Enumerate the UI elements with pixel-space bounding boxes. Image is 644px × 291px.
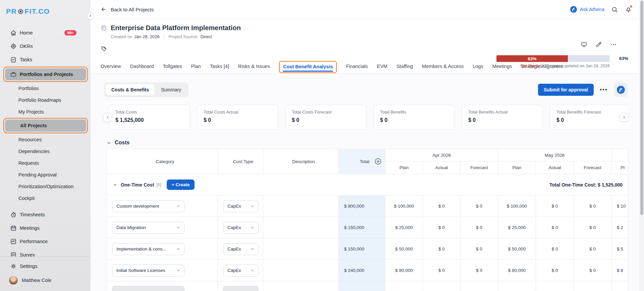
description-cell[interactable] bbox=[263, 196, 339, 217]
ask-athena-button[interactable]: Ask Athena bbox=[570, 6, 604, 13]
progress-status-line: Not Started • Progress updated on Jan 28… bbox=[521, 64, 610, 68]
sidebar-item-label: Requests bbox=[18, 160, 39, 166]
add-column-icon[interactable] bbox=[374, 157, 382, 165]
toggle-summary[interactable]: Summary bbox=[155, 84, 187, 95]
sidebar-item-survey[interactable]: Survey bbox=[0, 248, 91, 257]
scrollbar-thumb[interactable] bbox=[640, 1, 643, 215]
sidebar-item-requests[interactable]: Requests bbox=[0, 157, 91, 169]
window-scrollbar[interactable] bbox=[639, 0, 644, 291]
sidebar-item-tasks[interactable]: Tasks bbox=[0, 53, 91, 66]
forecast-cell: $ 0 bbox=[461, 260, 498, 281]
tab-members-access[interactable]: Members & Access bbox=[422, 64, 464, 69]
cards-next-button[interactable] bbox=[620, 113, 628, 122]
plan-cell: $ 100,000 bbox=[385, 196, 423, 217]
search-icon[interactable] bbox=[611, 6, 618, 13]
sidebar-item-cockpit[interactable]: Cockpit bbox=[0, 192, 91, 204]
more-actions-icon[interactable]: ••• bbox=[600, 86, 608, 93]
user-avatar bbox=[9, 276, 18, 285]
created-date: Jan 28, 2026 bbox=[134, 34, 159, 39]
sidebar-item-dependencies[interactable]: Dependencies bbox=[0, 145, 91, 157]
view-toggle-group: Costs & Benefits Summary bbox=[104, 82, 189, 97]
sidebar-item-prioritization-optimization[interactable]: Prioritization/Optimization bbox=[0, 180, 91, 192]
tab-cost-benefit-analysis[interactable]: Cost Benefit Analysis bbox=[283, 64, 333, 69]
chevron-down-icon[interactable] bbox=[107, 141, 111, 145]
sidebar-user[interactable]: Matthew Cole bbox=[0, 273, 91, 288]
tab-logs[interactable]: Logs bbox=[473, 64, 483, 69]
chevron-down-icon[interactable] bbox=[113, 183, 117, 187]
edit-pencil-icon[interactable] bbox=[595, 41, 602, 48]
category-dropdown[interactable]: Data Migration bbox=[112, 222, 184, 234]
tab-tasks[interactable]: Tasks [4] bbox=[210, 64, 229, 69]
athena-assistant-button[interactable] bbox=[614, 83, 628, 97]
progress-fill: 63% bbox=[496, 55, 568, 62]
tab-overview[interactable]: Overview bbox=[101, 64, 121, 69]
tab-risks-issues[interactable]: Risks & Issues bbox=[238, 64, 270, 69]
bell-icon[interactable] bbox=[625, 6, 632, 13]
card-label: Total Costs Actual bbox=[204, 110, 272, 115]
sidebar-item-settings[interactable]: Settings bbox=[0, 260, 91, 273]
actual-cell: $ 0 bbox=[536, 217, 574, 238]
sidebar-item-label: Survey bbox=[20, 252, 35, 257]
category-dropdown[interactable]: Initial Software Licenses bbox=[112, 265, 184, 277]
category-dropdown[interactable]: Custom development bbox=[112, 200, 184, 212]
tab-financials[interactable]: Financials bbox=[346, 64, 368, 69]
description-cell[interactable] bbox=[263, 260, 339, 281]
column-header-total: Total bbox=[339, 149, 385, 174]
cost-type-dropdown[interactable]: CapEx bbox=[223, 222, 259, 234]
sidebar-item-resources[interactable]: Resources bbox=[0, 134, 91, 145]
cost-type-dropdown[interactable] bbox=[223, 286, 259, 291]
description-cell[interactable] bbox=[263, 217, 339, 238]
description-cell[interactable] bbox=[263, 238, 339, 260]
create-cost-button[interactable]: + Create bbox=[167, 179, 195, 190]
tab-tollgates[interactable]: Tollgates bbox=[163, 64, 182, 69]
category-dropdown[interactable]: Implementation & cons... bbox=[112, 243, 184, 255]
chevron-down-icon bbox=[251, 204, 254, 208]
toggle-costs-benefits[interactable]: Costs & Benefits bbox=[106, 84, 155, 95]
summary-card-total-benefits-actual: Total Benefits Actual $ 0 bbox=[462, 105, 543, 130]
sidebar-item-timesheets[interactable]: Timesheets bbox=[0, 208, 91, 221]
sidebar-footer: Settings Matthew Cole bbox=[0, 257, 91, 291]
forecast-cell: $ 0 bbox=[574, 217, 611, 238]
profit-logo[interactable]: PR FIT.CO bbox=[0, 0, 91, 19]
plan-cell: $ 80,000 bbox=[498, 260, 536, 281]
presentation-icon[interactable] bbox=[581, 41, 587, 48]
tag-icon[interactable] bbox=[101, 46, 107, 52]
tab-staffing[interactable]: Staffing bbox=[396, 64, 413, 69]
cost-type-dropdown[interactable]: CapEx bbox=[223, 243, 259, 255]
clipped-cell: $ 10 bbox=[611, 196, 628, 217]
cost-type-dropdown[interactable]: CapEx bbox=[223, 265, 259, 277]
app-window: PR FIT.CO Home 99+ OKRs Tasks bbox=[0, 0, 644, 291]
sidebar-item-portfolios-and-projects[interactable]: Portfolios and Projects bbox=[5, 68, 86, 80]
cards-prev-button[interactable] bbox=[103, 113, 112, 122]
sidebar-item-my-projects[interactable]: My Projects bbox=[0, 106, 91, 118]
tab-evm[interactable]: EVM bbox=[377, 64, 387, 69]
sidebar-item-pending-approval[interactable]: Pending Approval bbox=[0, 169, 91, 180]
tab-plan[interactable]: Plan bbox=[191, 64, 201, 69]
plan-cell: $ 50,000 bbox=[498, 238, 536, 260]
description-cell[interactable] bbox=[263, 281, 339, 291]
actual-cell bbox=[423, 281, 461, 291]
sidebar-item-okrs[interactable]: OKRs bbox=[0, 40, 91, 53]
sidebar-item-all-projects[interactable]: All Projects bbox=[5, 120, 86, 132]
category-dropdown[interactable] bbox=[112, 286, 184, 291]
back-to-all-projects-link[interactable]: Back to All Projects bbox=[101, 6, 154, 12]
total-cell bbox=[339, 281, 385, 291]
subcol-plan: Plan bbox=[498, 161, 536, 174]
cost-type-dropdown[interactable]: CapEx bbox=[223, 200, 259, 212]
tab-meetings[interactable]: Meetings bbox=[492, 64, 512, 69]
forecast-cell bbox=[461, 281, 498, 291]
sidebar-item-portfolios[interactable]: Portfolios bbox=[0, 82, 91, 94]
tab-dashboard[interactable]: Dashboard bbox=[130, 64, 154, 69]
group-name: One-Time Cost bbox=[121, 182, 154, 188]
sidebar-item-label: All Projects bbox=[20, 123, 47, 128]
plan-cell: $ 25,000 bbox=[498, 217, 536, 238]
sidebar-item-portfolio-roadmaps[interactable]: Portfolio Roadmaps bbox=[0, 94, 91, 106]
sidebar-item-performance[interactable]: Performance bbox=[0, 235, 91, 248]
submit-for-approval-button[interactable]: Submit for approval bbox=[538, 84, 594, 96]
sidebar-item-home[interactable]: Home 99+ bbox=[0, 26, 91, 40]
sidebar-item-meetings[interactable]: Meetings bbox=[0, 221, 91, 235]
sidebar-collapse-button[interactable] bbox=[87, 12, 94, 19]
month-header-apr-2026: Apr 2026 bbox=[385, 149, 498, 161]
sidebar-item-label: Performance bbox=[20, 239, 48, 244]
more-options-icon[interactable] bbox=[610, 41, 617, 48]
